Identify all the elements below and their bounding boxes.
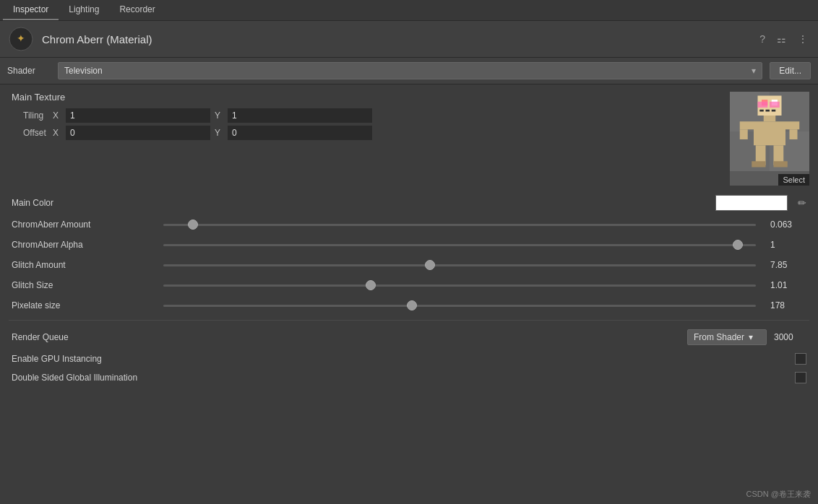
svg-rect-18: [790, 129, 798, 139]
x-axis-label-tiling: X: [53, 110, 61, 121]
slider-thumb-4[interactable]: [407, 300, 417, 310]
texture-thumbnail[interactable]: Select: [730, 92, 809, 186]
main-texture-label: Main Texture: [9, 92, 723, 103]
svg-rect-17: [740, 129, 748, 139]
main-color-label: Main Color: [12, 198, 156, 208]
edit-button[interactable]: Edit...: [770, 62, 811, 79]
sliders-container: ChromAberr Amount0.063ChromAberr Alpha1G…: [9, 214, 809, 316]
logo-icon: ✦: [7, 25, 35, 53]
tab-recorder[interactable]: Recorder: [109, 0, 165, 20]
watermark: CSDN @卷王来袭: [746, 489, 811, 500]
select-label[interactable]: Select: [778, 174, 809, 186]
material-header: ✦ Chrom Aberr (Material) ? ⚏ ⋮: [0, 21, 818, 58]
slider-track-container-0[interactable]: [163, 218, 756, 231]
x-axis-label-offset: X: [53, 128, 61, 138]
tiling-x-input[interactable]: [66, 108, 210, 123]
svg-rect-8: [759, 110, 764, 112]
svg-rect-13: [764, 116, 776, 121]
y-axis-label-offset: Y: [215, 128, 223, 138]
page-title: Chrom Aberr (Material): [42, 33, 749, 45]
shader-label: Shader: [7, 66, 51, 76]
slider-value-2: 7.85: [770, 260, 806, 270]
color-picker[interactable]: [715, 195, 788, 211]
slider-row-0: ChromAberr Amount0.063: [9, 214, 809, 235]
slider-track-0: [163, 224, 756, 226]
tiling-row: Tiling X Y: [9, 108, 723, 123]
svg-rect-9: [766, 110, 770, 112]
shader-dropdown[interactable]: Television ▾: [58, 62, 762, 79]
slider-row-3: Glitch Size1.01: [9, 275, 809, 295]
tab-inspector[interactable]: Inspector: [3, 0, 59, 20]
texture-image: [730, 92, 809, 171]
slider-value-1: 1: [770, 240, 806, 250]
svg-rect-12: [770, 102, 780, 108]
shader-row: Shader Television ▾ Edit...: [0, 58, 818, 84]
help-icon[interactable]: ?: [757, 32, 768, 46]
slider-row-1: ChromAberr Alpha1: [9, 235, 809, 255]
offset-y-input[interactable]: [228, 126, 372, 140]
slider-track-container-2[interactable]: [163, 258, 756, 271]
offset-label: Offset: [9, 128, 48, 138]
more-icon[interactable]: ⋮: [795, 32, 811, 46]
main-color-row: Main Color ✏: [9, 191, 809, 214]
double-sided-gi-label: Double Sided Global Illumination: [12, 373, 795, 383]
texture-left: Main Texture Tiling X Y Offset X Y: [9, 92, 723, 140]
slider-value-4: 178: [770, 300, 806, 310]
slider-track-container-4[interactable]: [163, 299, 756, 312]
slider-track-container-3[interactable]: [163, 279, 756, 292]
tiling-offset-grid: Tiling X Y Offset X Y: [9, 108, 723, 140]
tab-strip: Inspector Lighting Recorder: [0, 0, 818, 21]
y-axis-label-tiling: Y: [215, 110, 223, 121]
svg-rect-22: [774, 161, 788, 167]
eyedropper-icon[interactable]: ✏: [798, 197, 806, 209]
tiling-y-input[interactable]: [228, 108, 372, 123]
slider-thumb-0[interactable]: [188, 220, 198, 230]
inspector-content: Main Texture Tiling X Y Offset X Y: [0, 84, 818, 394]
tiling-label: Tiling: [9, 110, 48, 121]
chevron-down-icon: ▾: [752, 66, 756, 76]
shader-value: Television: [64, 66, 103, 76]
gpu-instancing-row: Enable GPU Instancing: [9, 349, 809, 368]
slider-track-3: [163, 284, 756, 287]
svg-rect-21: [752, 161, 765, 167]
slider-label-3: Glitch Size: [12, 280, 156, 290]
slider-label-2: Glitch Amount: [12, 260, 156, 270]
slider-label-0: ChromAberr Amount: [12, 220, 156, 230]
settings-icon[interactable]: ⚏: [774, 32, 789, 46]
slider-track-container-1[interactable]: [163, 238, 756, 251]
svg-text:✦: ✦: [17, 32, 25, 44]
svg-rect-10: [772, 110, 776, 112]
tab-lighting[interactable]: Lighting: [59, 0, 109, 20]
slider-label-1: ChromAberr Alpha: [12, 240, 156, 250]
offset-x-input[interactable]: [66, 126, 210, 140]
render-queue-label: Render Queue: [12, 332, 680, 342]
render-queue-row: Render Queue From Shader ▾ 3000: [9, 325, 809, 349]
chevron-down-icon-rq: ▾: [749, 332, 753, 342]
slider-thumb-3[interactable]: [366, 280, 376, 290]
render-queue-dropdown[interactable]: From Shader ▾: [687, 329, 767, 345]
render-queue-value: 3000: [774, 332, 806, 342]
slider-thumb-2[interactable]: [425, 260, 435, 270]
render-queue-dropdown-value: From Shader: [694, 332, 744, 342]
double-sided-gi-row: Double Sided Global Illumination: [9, 368, 809, 387]
slider-track-1: [163, 244, 756, 246]
svg-rect-15: [740, 121, 754, 129]
slider-value-0: 0.063: [770, 220, 806, 230]
main-texture-section: Main Texture Tiling X Y Offset X Y: [9, 92, 809, 186]
slider-value-3: 1.01: [770, 280, 806, 290]
divider-1: [9, 320, 809, 321]
slider-row-2: Glitch Amount7.85: [9, 255, 809, 275]
slider-track-4: [163, 305, 756, 307]
slider-thumb-1[interactable]: [733, 240, 743, 250]
slider-row-4: Pixelate size178: [9, 295, 809, 316]
svg-rect-16: [785, 121, 799, 129]
offset-row: Offset X Y: [9, 126, 723, 140]
slider-track-2: [163, 264, 756, 266]
header-icons: ? ⚏ ⋮: [757, 32, 811, 46]
double-sided-gi-checkbox[interactable]: [795, 372, 806, 383]
slider-label-4: Pixelate size: [12, 300, 156, 310]
svg-rect-11: [758, 102, 768, 108]
gpu-instancing-checkbox[interactable]: [795, 353, 806, 365]
svg-rect-14: [754, 121, 785, 145]
gpu-instancing-label: Enable GPU Instancing: [12, 354, 795, 364]
